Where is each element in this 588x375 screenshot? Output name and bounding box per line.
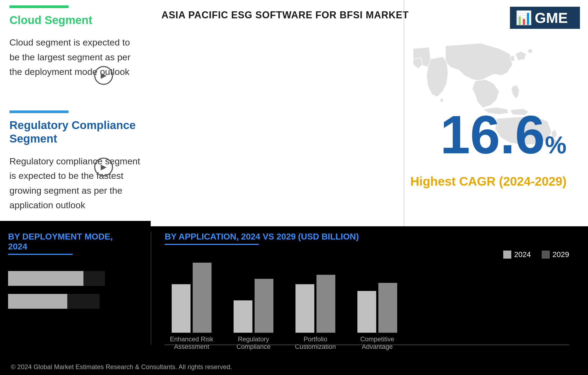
blue-accent-bar [9, 110, 69, 113]
bar-label-portfolio: Portfolio Customization [288, 335, 342, 350]
arrow-icon-1: ► [94, 66, 113, 85]
bar-portfolio-2029 [316, 275, 335, 333]
h-bar-1-light [8, 271, 83, 286]
footer: © 2024 Global Market Estimates Research … [0, 359, 588, 375]
bar-risk-2024 [172, 284, 191, 333]
charts-row: BY DEPLOYMENT MODE, 2024 [0, 226, 588, 359]
h-bar-2-dark [67, 294, 100, 309]
bar-group-competitive-bars [357, 283, 397, 333]
h-bar-2 [8, 294, 100, 309]
application-chart: BY APPLICATION, 2024 VS 2029 (USD BILLIO… [159, 232, 580, 359]
bar-group-regulatory: Regulatory Compliance [227, 279, 280, 350]
cagr-percent: % [545, 131, 566, 159]
bottom-section: BY DEPLOYMENT MODE, 2024 [0, 226, 588, 375]
market-title: ASIA PACIFIC ESG SOFTWARE FOR BFSI MARKE… [161, 9, 409, 21]
arrows-column: ► ► [93, 0, 114, 226]
bar-group-portfolio-bars [295, 275, 335, 333]
bar-group-regulatory-bars [234, 279, 273, 333]
cagr-number: 16.6 [440, 108, 545, 162]
bar-regulatory-2024 [234, 300, 252, 333]
h-bar-row-2 [8, 294, 132, 309]
bar-risk-2029 [193, 263, 212, 333]
x-axis-line [165, 345, 569, 345]
left-panel: Cloud Segment Cloud segment is expected … [0, 0, 151, 226]
bar-competitive-2024 [357, 291, 376, 333]
green-accent-bar [9, 5, 69, 8]
deployment-chart-title: BY DEPLOYMENT MODE, 2024 [8, 232, 132, 252]
arrow-icon-2: ► [94, 158, 113, 176]
application-chart-underline [165, 244, 259, 245]
h-bar-2-light [8, 294, 67, 309]
center-area: ASIA PACIFIC ESG SOFTWARE FOR BFSI MARKE… [151, 0, 588, 226]
bar-group-risk-bars [172, 263, 212, 333]
legend-label-2024: 2024 [514, 250, 531, 259]
legend-box-2024 [503, 251, 511, 259]
bar-regulatory-2029 [255, 279, 273, 333]
bar-chart-vertical: Enhanced Risk Assessment Regulatory Comp… [165, 264, 580, 350]
bar-group-competitive: Competitive Advantage [350, 283, 404, 350]
cloud-segment-card: Cloud Segment Cloud segment is expected … [0, 0, 151, 105]
application-chart-title: BY APPLICATION, 2024 VS 2029 (USD BILLIO… [165, 232, 580, 242]
main-container: Cloud Segment Cloud segment is expected … [0, 0, 588, 375]
vertical-bars-container: Enhanced Risk Assessment Regulatory Comp… [165, 264, 580, 356]
cloud-segment-body: Cloud segment is expected to be the larg… [9, 35, 141, 79]
chart-separator [151, 232, 151, 345]
bar-competitive-2029 [378, 283, 397, 333]
bar-group-portfolio: Portfolio Customization [288, 275, 342, 350]
chart-legend: 2024 2029 [165, 250, 580, 259]
cagr-label: Highest CAGR (2024-2029) [410, 174, 566, 189]
deployment-mode-chart: BY DEPLOYMENT MODE, 2024 [8, 232, 143, 359]
bar-label-regulatory: Regulatory Compliance [227, 335, 280, 350]
bar-portfolio-2024 [295, 284, 314, 333]
h-bar-1 [8, 271, 105, 286]
legend-2029: 2029 [542, 250, 569, 259]
bar-label-risk: Enhanced Risk Assessment [165, 335, 219, 350]
legend-label-2029: 2029 [552, 250, 569, 259]
top-section: Cloud Segment Cloud segment is expected … [0, 0, 588, 226]
regulatory-compliance-title: Regulatory Compliance Segment [9, 119, 141, 146]
cloud-segment-title: Cloud Segment [9, 13, 141, 27]
h-bar-1-dark [83, 271, 105, 286]
regulatory-compliance-body: Regulatory compliance segment is expecte… [9, 154, 141, 213]
regulatory-compliance-card: Regulatory Compliance Segment Regulatory… [0, 105, 151, 221]
legend-box-2029 [542, 251, 550, 259]
bar-group-risk: Enhanced Risk Assessment [165, 263, 219, 350]
deployment-bars [8, 271, 132, 309]
legend-2024: 2024 [503, 250, 531, 259]
vertical-divider [404, 0, 404, 226]
bar-label-competitive: Competitive Advantage [350, 335, 404, 350]
h-bar-row-1 [8, 271, 132, 286]
deployment-chart-underline [8, 254, 73, 255]
footer-text: © 2024 Global Market Estimates Research … [11, 363, 232, 371]
